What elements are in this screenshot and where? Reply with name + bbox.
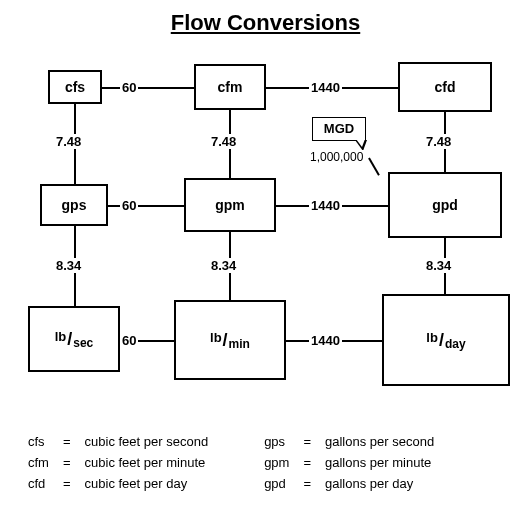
legend-row: cfd=cubic feet per day: [22, 474, 214, 493]
factor-1440-r3: 1440: [309, 333, 342, 348]
mgd-connector: [368, 158, 379, 176]
factor-834-c2: 8.34: [209, 258, 238, 273]
node-lbmin: lb/min: [174, 300, 286, 380]
lbday-label: lb/day: [426, 331, 465, 350]
legend-row: cfm=cubic feet per minute: [22, 453, 214, 472]
factor-1440-r1: 1440: [309, 80, 342, 95]
legend-row: gpm=gallons per minute: [258, 453, 440, 472]
legend-left: cfs=cubic feet per second cfm=cubic feet…: [20, 430, 216, 495]
lbsec-label: lb/sec: [55, 330, 94, 349]
factor-748-c3: 7.48: [424, 134, 453, 149]
node-gps: gps: [40, 184, 108, 226]
node-cfm: cfm: [194, 64, 266, 110]
node-lbday: lb/day: [382, 294, 510, 386]
factor-1440-r2: 1440: [309, 198, 342, 213]
legend-row: gpd=gallons per day: [258, 474, 440, 493]
page-title: Flow Conversions: [0, 10, 531, 36]
node-cfd: cfd: [398, 62, 492, 112]
flow-conversions-diagram: Flow Conversions cfs cfm cfd gps gpm gpd…: [0, 0, 531, 508]
factor-60-r3: 60: [120, 333, 138, 348]
legend-row: gps=gallons per second: [258, 432, 440, 451]
lbmin-label: lb/min: [210, 331, 250, 350]
factor-60-r2: 60: [120, 198, 138, 213]
factor-60-r1: 60: [120, 80, 138, 95]
legend-row: cfs=cubic feet per second: [22, 432, 214, 451]
mgd-value: 1,000,000: [308, 150, 365, 164]
node-gpm: gpm: [184, 178, 276, 232]
factor-748-c1: 7.48: [54, 134, 83, 149]
legend-right: gps=gallons per second gpm=gallons per m…: [256, 430, 442, 495]
node-gpd: gpd: [388, 172, 502, 238]
factor-748-c2: 7.48: [209, 134, 238, 149]
legend: cfs=cubic feet per second cfm=cubic feet…: [20, 430, 442, 495]
factor-834-c3: 8.34: [424, 258, 453, 273]
node-cfs: cfs: [48, 70, 102, 104]
node-lbsec: lb/sec: [28, 306, 120, 372]
mgd-callout: MGD: [312, 117, 366, 141]
mgd-label: MGD: [313, 121, 365, 136]
factor-834-c1: 8.34: [54, 258, 83, 273]
